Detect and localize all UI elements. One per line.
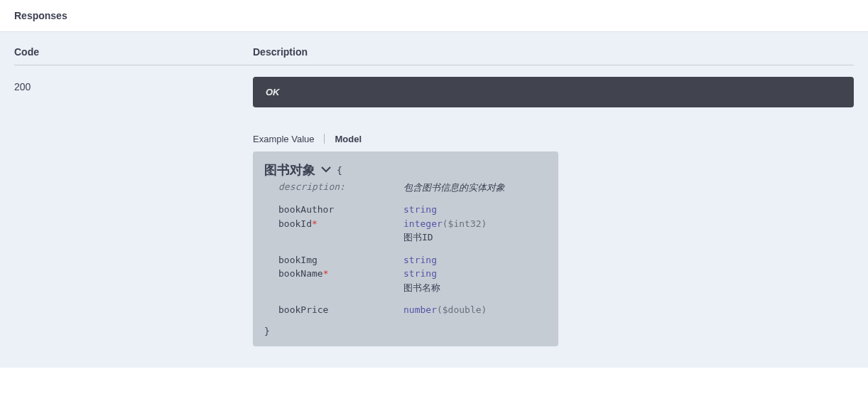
responses-header-row: Code Description [14,46,854,65]
prop-note: 图书ID [264,230,547,245]
open-brace: { [337,165,342,176]
column-header-description: Description [253,46,854,58]
required-mark: * [323,268,329,279]
prop-name-text: bookName [278,268,323,279]
type-keyword: number [403,304,437,315]
type-keyword: integer [403,218,443,229]
prop-type: string [403,267,437,281]
prop-name: bookAuthor [278,203,403,217]
prop-name: bookImg [278,253,403,267]
response-code: 200 [14,77,253,346]
prop-block-bookauthor: bookAuthor string bookId* integer($int32… [264,203,547,245]
prop-row: bookId* integer($int32) [264,217,547,231]
responses-table: Code Description 200 OK Example Value Mo… [14,46,854,346]
schema-tabs: Example Value Model [253,133,854,144]
tab-model[interactable]: Model [335,134,362,144]
prop-name: bookName* [278,267,403,281]
close-brace: } [264,326,547,336]
prop-row: bookAuthor string [264,203,547,217]
response-description-cell: OK Example Value Model 图书对象 { [253,77,854,346]
model-description-label: description: [278,181,403,194]
response-row-200: 200 OK Example Value Model 图书对象 { [14,65,854,346]
type-keyword: string [403,204,437,215]
prop-name: bookPrice [278,303,403,317]
type-keyword: string [403,255,437,265]
model-description-value: 包含图书信息的实体对象 [403,181,505,194]
required-mark: * [312,218,318,229]
type-keyword: string [403,268,437,279]
tab-example-value[interactable]: Example Value [253,134,314,144]
prop-name: bookId* [278,217,403,231]
model-title-row: 图书对象 { [264,161,547,179]
prop-type: string [403,203,437,217]
prop-row: bookName* string [264,267,547,281]
responses-section-title: Responses [0,0,868,31]
prop-row: bookPrice number($double) [264,303,547,317]
model-description-row: description: 包含图书信息的实体对象 [264,181,547,194]
chevron-down-icon[interactable] [321,165,331,175]
prop-name-text: bookId [278,218,312,229]
prop-type: string [403,253,437,267]
prop-type: integer($int32) [403,217,487,231]
model-title: 图书对象 [264,161,315,179]
type-format: ($int32) [443,218,487,229]
prop-block-bookimg: bookImg string bookName* string 图书名称 [264,253,547,295]
type-format: ($double) [437,304,487,315]
tab-separator [324,133,325,144]
prop-row: bookImg string [264,253,547,267]
responses-body: Code Description 200 OK Example Value Mo… [0,31,868,368]
column-header-code: Code [14,46,253,58]
prop-note: 图书名称 [264,281,547,295]
response-status-text: OK [253,77,854,107]
model-schema-box: 图书对象 { description: 包含图书信息的实体对象 bookAuth… [253,151,558,346]
prop-type: number($double) [403,303,487,317]
prop-block-bookprice: bookPrice number($double) [264,303,547,317]
